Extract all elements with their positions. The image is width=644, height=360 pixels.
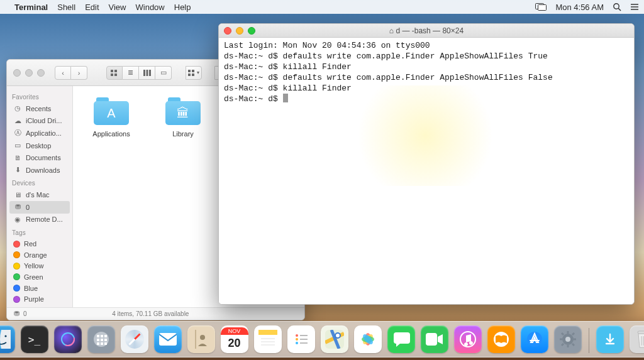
dock-itunes[interactable] <box>454 325 482 353</box>
svg-point-21 <box>4 335 6 337</box>
menu-shell[interactable]: Shell <box>57 3 75 12</box>
sidebar-item-disk-0[interactable]: ⛃0 <box>9 201 70 214</box>
sidebar-header-favorites: Favorites <box>7 90 72 102</box>
terminal-line: ds-Mac:~ d$ defaults write com.apple.Fin… <box>224 73 553 82</box>
app-menu[interactable]: Terminal <box>14 3 48 12</box>
svg-rect-27 <box>104 335 107 337</box>
minimize-button[interactable] <box>25 69 33 77</box>
spotlight-icon[interactable] <box>613 3 621 11</box>
menu-view[interactable]: View <box>109 3 126 12</box>
dock-finder[interactable] <box>0 325 15 353</box>
view-gallery-button[interactable]: ▭ <box>155 66 172 80</box>
close-button[interactable] <box>13 69 21 77</box>
svg-rect-16 <box>188 74 191 76</box>
dock-mail[interactable] <box>154 325 182 353</box>
sidebar-tag-red[interactable]: Red <box>7 238 72 249</box>
svg-rect-72 <box>638 331 645 334</box>
terminal-line: ds-Mac:~ d$ killall Finder <box>224 84 352 93</box>
svg-rect-17 <box>192 74 194 76</box>
dock-calendar[interactable]: NOV20 <box>221 325 248 353</box>
svg-rect-29 <box>101 339 103 341</box>
sidebar-item-downloads[interactable]: ⬇Downloads <box>7 164 72 177</box>
sidebar-tag-orange[interactable]: Orange <box>7 249 72 261</box>
svg-line-68 <box>572 333 574 335</box>
svg-rect-7 <box>111 70 113 72</box>
dock-photos[interactable] <box>354 325 382 353</box>
tag-dot-purple-icon <box>13 296 20 303</box>
sidebar-item-icloud-drive[interactable]: ☁iCloud Dri... <box>7 115 72 128</box>
dock-separator <box>589 328 589 353</box>
sidebar-item-desktop[interactable]: ▭Desktop <box>7 139 72 152</box>
view-icons-button[interactable] <box>106 66 123 80</box>
cloud-icon: ☁ <box>13 116 22 125</box>
notification-center-icon[interactable] <box>630 3 639 11</box>
svg-point-2 <box>614 4 619 9</box>
finder-sidebar: Favorites ◷Recents ☁iCloud Dri... ⒶAppli… <box>7 86 73 307</box>
sidebar-item-remote-disc[interactable]: ◉Remote D... <box>7 214 72 226</box>
clock-icon: ◷ <box>13 104 22 113</box>
terminal-line: ds-Mac:~ d$ <box>224 94 283 104</box>
view-mode-buttons: ≣ ▭ <box>106 66 172 80</box>
compass-icon <box>125 330 144 349</box>
display-mirroring-icon[interactable] <box>535 3 547 11</box>
sidebar-item-applications[interactable]: ⒶApplicatio... <box>7 127 72 139</box>
folder-library[interactable]: 🏛 Library <box>160 97 206 138</box>
dock-terminal[interactable]: >_ <box>21 325 48 353</box>
terminal-line: ds-Mac:~ d$ killall Finder <box>224 62 352 72</box>
svg-rect-28 <box>97 339 99 341</box>
dock-safari[interactable] <box>121 325 148 353</box>
svg-rect-34 <box>159 333 177 346</box>
folder-applications[interactable]: A Applications <box>88 97 135 138</box>
svg-rect-1 <box>538 5 547 11</box>
terminal-body[interactable]: Last login: Mon Nov 20 04:54:36 on ttys0… <box>219 38 634 304</box>
disk-icon: ⛃ <box>13 203 22 212</box>
view-columns-button[interactable] <box>139 66 155 80</box>
dock-system-preferences[interactable] <box>554 325 582 353</box>
sidebar-tag-yellow[interactable]: Yellow <box>7 260 72 271</box>
document-icon: 🗎 <box>13 153 22 162</box>
zoom-button[interactable] <box>37 69 45 77</box>
finder-traffic-lights <box>13 69 45 77</box>
back-button[interactable]: ‹ <box>55 66 71 80</box>
svg-rect-13 <box>149 70 151 76</box>
dock-reminders[interactable] <box>287 325 315 353</box>
menu-help[interactable]: Help <box>174 3 191 12</box>
svg-line-67 <box>572 344 574 346</box>
menu-window[interactable]: Window <box>136 3 165 12</box>
dock-messages[interactable] <box>387 325 415 353</box>
arrange-group: ▾ <box>186 66 202 80</box>
menubar-clock[interactable]: Mon 4:56 AM <box>555 3 604 12</box>
dock-launchpad[interactable] <box>87 325 115 353</box>
dock-siri[interactable] <box>54 325 82 353</box>
svg-point-37 <box>200 335 205 340</box>
app-icon: Ⓐ <box>13 129 22 138</box>
sidebar-tag-blue[interactable]: Blue <box>7 283 72 294</box>
dock-contacts[interactable] <box>187 325 215 353</box>
sidebar-tag-purple[interactable]: Purple <box>7 293 72 305</box>
arrange-button[interactable]: ▾ <box>186 66 202 80</box>
sidebar-item-documents[interactable]: 🗎Documents <box>7 151 72 164</box>
dock-ibooks[interactable] <box>487 325 515 353</box>
sidebar-item-recents[interactable]: ◷Recents <box>7 102 72 115</box>
dock-downloads[interactable] <box>596 325 624 353</box>
forward-button[interactable]: › <box>71 66 87 80</box>
terminal-titlebar[interactable]: ⌂ d — -bash — 80×24 <box>219 24 634 38</box>
terminal-cursor <box>283 94 288 102</box>
menu-edit[interactable]: Edit <box>85 3 99 12</box>
svg-line-69 <box>562 344 564 346</box>
dock-notes[interactable] <box>254 325 282 353</box>
dock-trash[interactable] <box>630 325 645 353</box>
sidebar-tag-green[interactable]: Green <box>7 271 72 283</box>
sidebar-item-this-mac[interactable]: 🖥d's Mac <box>7 188 72 201</box>
dock-maps[interactable] <box>321 325 348 353</box>
folder-icon: A <box>94 97 129 125</box>
tag-dot-orange-icon <box>13 251 20 258</box>
folder-icon: 🏛 <box>165 97 201 125</box>
sidebar-header-devices: Devices <box>7 176 72 188</box>
folder-label: Applications <box>92 130 130 138</box>
svg-rect-32 <box>101 342 103 345</box>
dock-facetime[interactable] <box>421 325 448 353</box>
menubar: Terminal Shell Edit View Window Help Mon… <box>0 0 644 14</box>
view-list-button[interactable]: ≣ <box>123 66 139 80</box>
dock-appstore[interactable] <box>521 325 548 353</box>
